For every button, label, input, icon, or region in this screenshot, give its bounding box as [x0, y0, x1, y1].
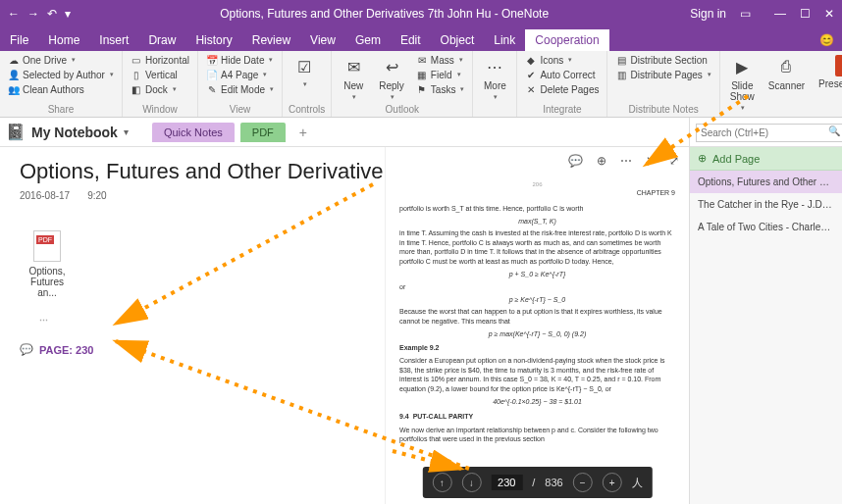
- menu-link[interactable]: Link: [484, 29, 525, 51]
- pdf-chapter: CHAPTER 9: [399, 188, 675, 197]
- tasks-button[interactable]: ⚑Tasks: [414, 82, 467, 96]
- edit-mode-button[interactable]: ✎Edit Mode: [204, 82, 276, 96]
- distribute-pages-icon: ▥: [615, 69, 627, 80]
- pdf-add-icon[interactable]: ⊕: [597, 154, 606, 168]
- person-icon: 👤: [8, 69, 20, 80]
- search-input[interactable]: [696, 124, 842, 142]
- more-button[interactable]: ⋯More: [479, 53, 510, 103]
- pdf-expand-icon[interactable]: ⤢: [669, 154, 679, 168]
- slideshow-button[interactable]: ▶Slide Show: [726, 53, 759, 114]
- section-pdf[interactable]: PDF: [240, 123, 286, 142]
- forward-icon[interactable]: →: [27, 7, 39, 21]
- controls-icon: ☑: [292, 55, 316, 78]
- notebook-icon[interactable]: 📓: [6, 123, 26, 141]
- back-icon[interactable]: ←: [8, 7, 20, 21]
- pdf-zoom-in-icon[interactable]: +: [603, 473, 622, 492]
- maximize-icon[interactable]: ☐: [800, 7, 811, 21]
- mass-icon: ✉: [416, 54, 428, 66]
- menu-draw[interactable]: Draw: [138, 29, 185, 51]
- distribute-icon: ▤: [615, 54, 627, 66]
- scanner-button[interactable]: ⎙Scanner: [764, 53, 809, 114]
- icons-button[interactable]: ◆Icons: [523, 53, 601, 67]
- menu-file[interactable]: File: [0, 29, 38, 51]
- group-distribute: Distribute Notes: [613, 104, 712, 117]
- a4-page-button[interactable]: 📄A4 Page: [204, 68, 276, 81]
- signin-link[interactable]: Sign in: [690, 7, 726, 21]
- selected-by-author-button[interactable]: 👤Selected by Author: [6, 68, 116, 81]
- mail-icon: ✉: [342, 55, 365, 78]
- presentation-button[interactable]: PPresentation: [815, 53, 842, 114]
- page-list-item[interactable]: Options, Futures and Other Deriva: [690, 171, 842, 193]
- icons-icon: ◆: [525, 54, 537, 66]
- pdf-close-icon[interactable]: ✕: [646, 154, 656, 168]
- horizontal-icon: ▭: [131, 54, 142, 66]
- more-icon: ⋯: [483, 55, 506, 78]
- page-date: 2016-08-17: [20, 190, 70, 201]
- menu-view[interactable]: View: [300, 29, 345, 51]
- pdf-page-down-icon[interactable]: ↓: [461, 473, 481, 492]
- page-sidebar: 🔍 ⊕ Add Page Options, Futures and Other …: [689, 118, 842, 504]
- onedrive-button[interactable]: ☁One Drive: [6, 53, 116, 67]
- menu-review[interactable]: Review: [242, 29, 300, 51]
- search-icon[interactable]: 🔍: [828, 126, 840, 136]
- calendar-icon: 📅: [206, 54, 218, 66]
- section-quick-notes[interactable]: Quick Notes: [152, 123, 235, 142]
- ribbon: ☁One Drive 👤Selected by Author 👥Clean Au…: [0, 51, 842, 118]
- menu-edit[interactable]: Edit: [391, 29, 431, 51]
- pdf-attachment[interactable]: Options, Futures an...: [20, 230, 75, 298]
- people-icon: 👥: [8, 83, 20, 95]
- menu-history[interactable]: History: [185, 29, 241, 51]
- clean-authors-button[interactable]: 👥Clean Authors: [6, 82, 116, 96]
- add-page-button[interactable]: ⊕ Add Page: [690, 147, 842, 171]
- field-icon: ▦: [416, 69, 428, 80]
- page-time: 9:20: [87, 190, 106, 201]
- pencil-icon: ✎: [206, 83, 218, 95]
- pdf-acrobat-icon[interactable]: 人: [632, 476, 643, 490]
- vertical-button[interactable]: ▯Vertical: [129, 68, 191, 81]
- notebook-title[interactable]: My Notebook: [31, 125, 118, 140]
- dropdown-icon[interactable]: ▾: [65, 7, 71, 21]
- menu-home[interactable]: Home: [38, 29, 89, 51]
- hide-date-button[interactable]: 📅Hide Date: [204, 53, 276, 67]
- delete-pages-button[interactable]: ✕Delete Pages: [523, 82, 601, 96]
- distribute-section-button[interactable]: ▤Distribute Section: [613, 53, 712, 67]
- auto-correct-button[interactable]: ✔Auto Correct: [523, 68, 601, 81]
- page-icon: 📄: [206, 69, 218, 80]
- delete-icon: ✕: [525, 83, 537, 95]
- field-button[interactable]: ▦Field: [414, 68, 467, 81]
- notebook-dropdown-icon[interactable]: ▾: [124, 126, 129, 137]
- group-outlook: Outlook: [338, 104, 466, 117]
- close-icon[interactable]: ✕: [824, 7, 834, 21]
- minimize-icon[interactable]: —: [774, 7, 786, 21]
- pdf-viewer: 💬 ⊕ ⋯ ✕ ⤢ 206 CHAPTER 9 portfolio is wor…: [385, 147, 689, 504]
- dock-icon: ◧: [131, 83, 142, 95]
- new-mail-button[interactable]: ✉New: [338, 53, 369, 103]
- page-list-item[interactable]: A Tale of Two Cities - Charles Dic: [690, 216, 842, 238]
- page-list-item[interactable]: The Catcher in the Rye - J.D. Salin: [690, 193, 842, 216]
- pdf-zoom-out-icon[interactable]: −: [573, 473, 593, 492]
- group-controls: Controls: [289, 104, 325, 117]
- pdf-page-input[interactable]: [491, 475, 522, 490]
- reply-button[interactable]: ↩Reply: [375, 53, 408, 103]
- note-tag-icon[interactable]: 💬: [20, 343, 33, 356]
- ribbon-options-icon[interactable]: ▭: [740, 7, 751, 21]
- pdf-comment-icon[interactable]: 💬: [568, 154, 583, 168]
- group-share: Share: [6, 104, 116, 117]
- mass-button[interactable]: ✉Mass: [414, 53, 467, 67]
- flag-icon: ⚑: [416, 83, 428, 95]
- feedback-icon[interactable]: 😊: [819, 33, 834, 51]
- menu-insert[interactable]: Insert: [89, 29, 138, 51]
- distribute-pages-button[interactable]: ▥Distribute Pages: [613, 68, 712, 81]
- pdf-page-top: 206: [399, 180, 675, 188]
- pdf-page-up-icon[interactable]: ↑: [432, 473, 451, 492]
- menu-cooperation[interactable]: Cooperation: [525, 29, 608, 51]
- dock-button[interactable]: ◧Dock: [129, 82, 191, 96]
- horizontal-button[interactable]: ▭Horizontal: [129, 53, 191, 67]
- undo-icon[interactable]: ↶: [47, 7, 57, 21]
- controls-button[interactable]: ☑: [289, 53, 320, 90]
- pdf-menu-icon[interactable]: ⋯: [620, 154, 632, 168]
- menu-object[interactable]: Object: [431, 29, 485, 51]
- slideshow-icon: ▶: [730, 55, 754, 78]
- menu-gem[interactable]: Gem: [345, 29, 391, 51]
- add-section-button[interactable]: +: [291, 125, 315, 140]
